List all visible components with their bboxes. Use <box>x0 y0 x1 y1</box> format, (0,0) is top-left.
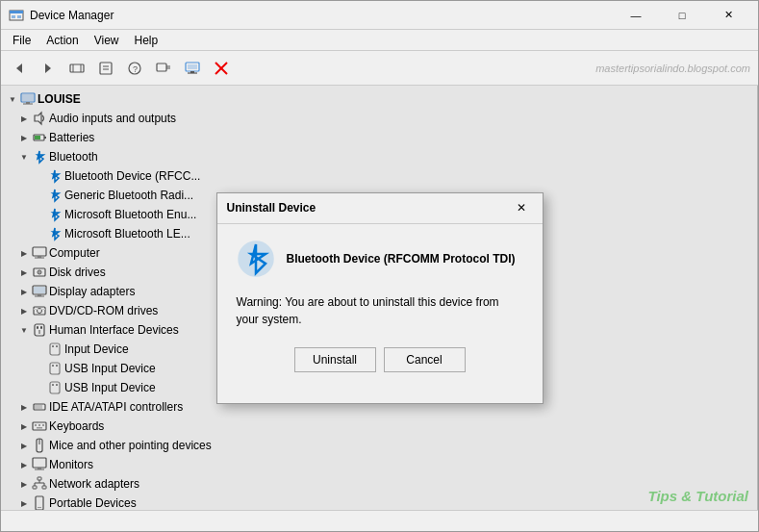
status-bar <box>1 510 758 531</box>
main-window: Device Manager — □ ✕ File Action View He… <box>0 0 759 532</box>
forward-button[interactable] <box>35 55 62 82</box>
menu-bar: File Action View Help <box>1 30 758 51</box>
show-hidden-button[interactable] <box>63 55 90 82</box>
properties-button[interactable] <box>92 55 119 82</box>
svg-rect-3 <box>17 15 21 18</box>
svg-rect-6 <box>70 64 84 72</box>
scan-button[interactable] <box>150 55 177 82</box>
minimize-button[interactable]: — <box>614 4 658 27</box>
dialog-warning-text: Warning: You are about to uninstall this… <box>237 293 523 328</box>
toolbar: ? mastertipsorialindo.blogspot.com <box>1 51 758 86</box>
dialog-buttons: Uninstall Cancel <box>237 347 523 388</box>
content-area: ▼ LOUISE ▶ <box>1 86 758 510</box>
device-manager-button[interactable] <box>179 55 206 82</box>
svg-rect-17 <box>188 64 197 69</box>
window-controls: — □ ✕ <box>614 4 750 27</box>
svg-marker-5 <box>45 63 51 73</box>
help-button[interactable]: ? <box>121 55 148 82</box>
svg-rect-9 <box>100 63 112 74</box>
dialog-device-name: Bluetooth Device (RFCOMM Protocol TDI) <box>287 252 516 266</box>
svg-rect-2 <box>12 15 15 18</box>
menu-file[interactable]: File <box>5 32 38 49</box>
dialog-bluetooth-icon <box>237 240 275 278</box>
window-title: Device Manager <box>30 9 614 22</box>
svg-rect-1 <box>10 11 23 13</box>
uninstall-button[interactable]: Uninstall <box>294 347 376 372</box>
dialog-title: Uninstall Device <box>227 201 510 215</box>
back-button[interactable] <box>6 55 33 82</box>
title-bar: Device Manager — □ ✕ <box>1 1 758 30</box>
menu-help[interactable]: Help <box>127 32 166 49</box>
svg-marker-4 <box>16 63 22 73</box>
svg-rect-15 <box>166 65 170 69</box>
dialog-title-bar: Uninstall Device ✕ <box>217 193 543 224</box>
dialog-device-row: Bluetooth Device (RFCOMM Protocol TDI) <box>237 240 523 278</box>
window-icon <box>9 8 24 23</box>
maximize-button[interactable]: □ <box>660 4 704 27</box>
svg-rect-14 <box>157 63 166 71</box>
svg-text:?: ? <box>133 64 138 74</box>
watermark: mastertipsorialindo.blogspot.com <box>595 63 750 74</box>
uninstall-dialog: Uninstall Device ✕ Bluetooth Device (RFC… <box>216 192 544 404</box>
dialog-content: Bluetooth Device (RFCOMM Protocol TDI) W… <box>217 224 543 403</box>
dialog-close-button[interactable]: ✕ <box>510 198 533 217</box>
modal-overlay: Uninstall Device ✕ Bluetooth Device (RFC… <box>1 86 758 510</box>
uninstall-toolbar-button[interactable] <box>208 55 235 82</box>
menu-view[interactable]: View <box>87 32 127 49</box>
close-button[interactable]: ✕ <box>706 4 750 27</box>
cancel-button[interactable]: Cancel <box>384 347 466 372</box>
menu-action[interactable]: Action <box>38 32 86 49</box>
